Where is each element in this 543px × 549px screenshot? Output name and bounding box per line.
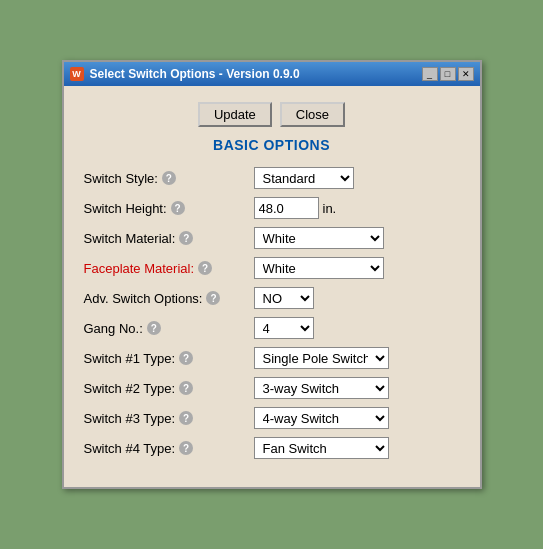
adv-switch-options-label: Adv. Switch Options: ? [84,291,254,306]
gang-no-label: Gang No.: ? [84,321,254,336]
switch1-type-row: Switch #1 Type: ? Single Pole Switch 3-w… [84,347,460,369]
faceplate-material-label: Faceplate Material: ? [84,261,254,276]
switch4-type-label: Switch #4 Type: ? [84,441,254,456]
switch-height-unit: in. [323,201,337,216]
main-window: W Select Switch Options - Version 0.9.0 … [62,60,482,489]
switch-style-control: Standard Decorator Toggle [254,167,354,189]
switch2-type-control: Single Pole Switch 3-way Switch 4-way Sw… [254,377,389,399]
form-area: Switch Style: ? Standard Decorator Toggl… [64,167,480,459]
switch-height-input[interactable] [254,197,319,219]
maximize-button[interactable]: □ [440,67,456,81]
switch-height-control: in. [254,197,337,219]
gang-no-select[interactable]: 1 2 3 4 5 6 [254,317,314,339]
switch3-type-control: Single Pole Switch 3-way Switch 4-way Sw… [254,407,389,429]
switch1-type-select[interactable]: Single Pole Switch 3-way Switch 4-way Sw… [254,347,389,369]
switch4-type-row: Switch #4 Type: ? Single Pole Switch 3-w… [84,437,460,459]
gang-no-control: 1 2 3 4 5 6 [254,317,314,339]
switch4-type-select[interactable]: Single Pole Switch 3-way Switch 4-way Sw… [254,437,389,459]
switch-material-control: White Ivory Light Almond Gray [254,227,384,249]
switch-material-select[interactable]: White Ivory Light Almond Gray [254,227,384,249]
switch-style-label: Switch Style: ? [84,171,254,186]
adv-switch-options-select[interactable]: NO YES [254,287,314,309]
faceplate-material-help-icon[interactable]: ? [198,261,212,275]
switch-style-select[interactable]: Standard Decorator Toggle [254,167,354,189]
switch-style-row: Switch Style: ? Standard Decorator Toggl… [84,167,460,189]
adv-switch-options-control: NO YES [254,287,314,309]
switch-style-help-icon[interactable]: ? [162,171,176,185]
faceplate-material-select[interactable]: White Ivory Light Almond Gray [254,257,384,279]
close-button[interactable]: Close [280,102,345,127]
switch-height-help-icon[interactable]: ? [171,201,185,215]
app-icon: W [70,67,84,81]
gang-no-row: Gang No.: ? 1 2 3 4 5 6 [84,317,460,339]
switch-material-label: Switch Material: ? [84,231,254,246]
switch-material-row: Switch Material: ? White Ivory Light Alm… [84,227,460,249]
switch3-type-row: Switch #3 Type: ? Single Pole Switch 3-w… [84,407,460,429]
switch2-type-help-icon[interactable]: ? [179,381,193,395]
switch-height-row: Switch Height: ? in. [84,197,460,219]
title-bar-left: W Select Switch Options - Version 0.9.0 [70,67,300,81]
switch-height-label: Switch Height: ? [84,201,254,216]
minimize-button[interactable]: _ [422,67,438,81]
switch1-type-control: Single Pole Switch 3-way Switch 4-way Sw… [254,347,389,369]
switch3-type-help-icon[interactable]: ? [179,411,193,425]
switch4-type-control: Single Pole Switch 3-way Switch 4-way Sw… [254,437,389,459]
switch2-type-select[interactable]: Single Pole Switch 3-way Switch 4-way Sw… [254,377,389,399]
gang-no-help-icon[interactable]: ? [147,321,161,335]
switch3-type-select[interactable]: Single Pole Switch 3-way Switch 4-way Sw… [254,407,389,429]
close-window-button[interactable]: ✕ [458,67,474,81]
switch1-type-label: Switch #1 Type: ? [84,351,254,366]
window-content: Update Close BASIC OPTIONS Switch Style:… [64,86,480,487]
adv-switch-options-help-icon[interactable]: ? [206,291,220,305]
adv-switch-options-row: Adv. Switch Options: ? NO YES [84,287,460,309]
switch3-type-label: Switch #3 Type: ? [84,411,254,426]
title-bar: W Select Switch Options - Version 0.9.0 … [64,62,480,86]
faceplate-material-row: Faceplate Material: ? White Ivory Light … [84,257,460,279]
switch2-type-row: Switch #2 Type: ? Single Pole Switch 3-w… [84,377,460,399]
section-title: BASIC OPTIONS [64,137,480,153]
title-buttons: _ □ ✕ [422,67,474,81]
switch2-type-label: Switch #2 Type: ? [84,381,254,396]
switch1-type-help-icon[interactable]: ? [179,351,193,365]
window-title: Select Switch Options - Version 0.9.0 [90,67,300,81]
switch4-type-help-icon[interactable]: ? [179,441,193,455]
switch-material-help-icon[interactable]: ? [179,231,193,245]
update-button[interactable]: Update [198,102,272,127]
toolbar: Update Close [64,96,480,137]
faceplate-material-control: White Ivory Light Almond Gray [254,257,384,279]
